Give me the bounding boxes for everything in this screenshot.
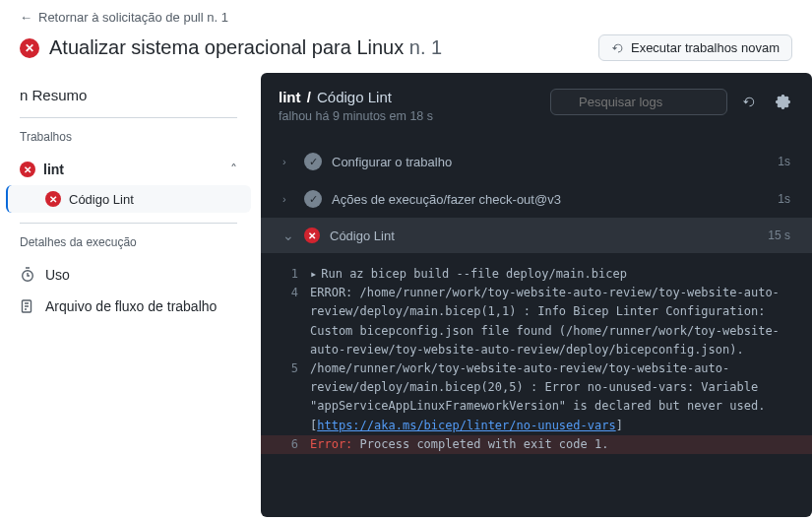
log-line-number: 6 [279, 435, 310, 454]
log-step[interactable]: Configurar o trabalho1s [261, 143, 812, 180]
log-step-name: Configurar o trabalho [332, 155, 768, 169]
workflow-file-link[interactable]: Arquivo de fluxo de trabalho [0, 291, 257, 322]
log-panel: lint / Código Lint falhou há 9 minutos e… [261, 73, 812, 517]
log-subtext: falhou há 9 minutos em 18 s [279, 109, 538, 123]
caret-icon: ▸ [310, 267, 317, 281]
log-line-number: 5 [279, 359, 310, 378]
log-step-name: Código Lint [330, 228, 758, 243]
log-step-time: 15 s [768, 228, 790, 242]
status-fail-icon [20, 38, 39, 58]
title-row: Atualizar sistema operacional para Linux… [20, 34, 792, 73]
log-link[interactable]: https://aka.ms/bicep/linter/no-unused-va… [317, 419, 615, 432]
log-steps: Configurar o trabalho1sAções de execução… [261, 137, 812, 259]
status-fail-icon [45, 191, 61, 207]
log-step[interactable]: Código Lint15 s [261, 218, 812, 253]
log-search-input[interactable] [550, 89, 727, 115]
sync-icon [611, 41, 625, 55]
log-header: lint / Código Lint falhou há 9 minutos e… [261, 73, 812, 137]
error-prefix: Error: [310, 437, 352, 451]
log-line-number: 1 [279, 265, 310, 284]
job-step-codigo-lint[interactable]: Código Lint [6, 185, 251, 213]
arrow-left-icon: ← [20, 10, 32, 25]
step-label: Código Lint [69, 192, 134, 207]
log-line-text: /home/runner/work/toy-website-auto-revie… [310, 359, 794, 435]
rerun-label: Executar trabalhos novam [631, 40, 780, 55]
chevron-down-icon [282, 228, 294, 243]
log-breadcrumb: lint / Código Lint [279, 89, 538, 105]
log-step[interactable]: Ações de execução/fazer check-out@v31s [261, 180, 812, 218]
log-line: 5/home/runner/work/toy-website-auto-revi… [261, 359, 812, 435]
status-fail-icon [20, 162, 35, 177]
back-link-label: Retornar à solicitação de pull n. 1 [38, 10, 228, 25]
log-step-time: 1s [778, 155, 790, 168]
log-body: 1▸Run az bicep build --file deploy/main.… [261, 259, 812, 464]
status-check-icon [304, 153, 322, 170]
divider [20, 223, 237, 224]
page-title: Atualizar sistema operacional para Linux… [49, 36, 442, 59]
chevron-up-icon [230, 162, 237, 177]
log-line-text: ▸Run az bicep build --file deploy/main.b… [310, 265, 794, 284]
job-lint[interactable]: lint [0, 154, 257, 185]
usage-label: Uso [45, 267, 70, 283]
rerun-icon[interactable] [737, 91, 761, 114]
log-line: 1▸Run az bicep build --file deploy/main.… [261, 265, 812, 284]
usage-link[interactable]: Uso [0, 259, 257, 291]
jobs-caption: Trabalhos [0, 124, 257, 154]
log-line-text: ERROR: /home/runner/work/toy-website-aut… [310, 284, 794, 359]
log-line-number: 4 [279, 284, 310, 302]
chevron-right-icon [282, 156, 294, 167]
chevron-right-icon [282, 193, 294, 205]
page-title-number: n. 1 [409, 36, 442, 58]
log-line: 6Error: Process completed with exit code… [261, 435, 812, 454]
breadcrumb-step: Código Lint [317, 89, 392, 105]
log-step-time: 1s [778, 192, 790, 206]
log-line-text: Error: Process completed with exit code … [310, 435, 794, 454]
stopwatch-icon [20, 267, 35, 283]
gear-icon[interactable] [771, 91, 794, 114]
summary-link[interactable]: n Resumo [0, 77, 257, 117]
breadcrumb-separator: / [307, 89, 311, 105]
status-fail-icon [304, 228, 320, 243]
workflow-file-label: Arquivo de fluxo de trabalho [45, 298, 217, 314]
sidebar: n Resumo Trabalhos lint Código Lint Deta… [0, 73, 257, 517]
page-title-text: Atualizar sistema operacional para Linux [49, 36, 404, 58]
divider [20, 117, 237, 118]
status-check-icon [304, 190, 322, 208]
back-link[interactable]: ← Retornar à solicitação de pull n. 1 [20, 10, 792, 25]
breadcrumb-job: lint [279, 89, 301, 105]
rerun-jobs-button[interactable]: Executar trabalhos novam [598, 34, 792, 61]
workflow-file-icon [20, 298, 35, 314]
log-line: 4ERROR: /home/runner/work/toy-website-au… [261, 284, 812, 359]
job-name: lint [43, 162, 64, 177]
log-step-name: Ações de execução/fazer check-out@v3 [332, 192, 768, 207]
details-caption: Detalhes da execução [0, 229, 257, 259]
